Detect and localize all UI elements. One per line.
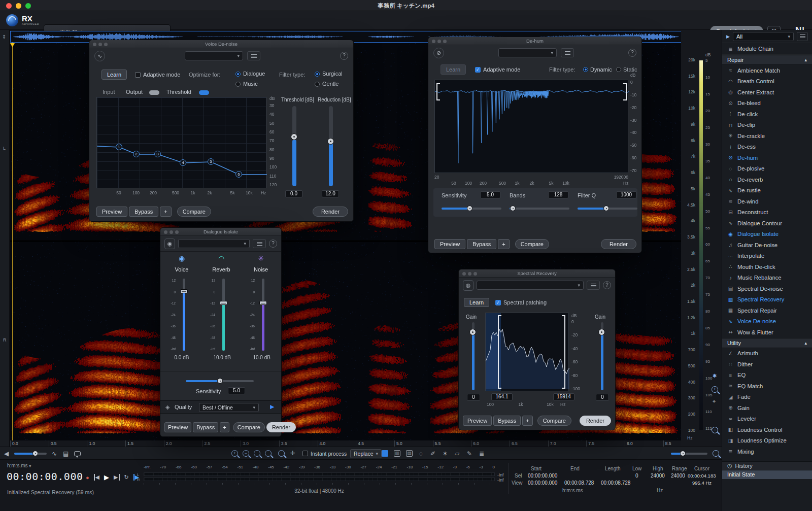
sidebar-module-item[interactable]: ≋ De-wind — [722, 196, 812, 207]
collapse-icon[interactable]: ▴ — [804, 340, 807, 346]
sensitivity-value[interactable]: 5.0 — [480, 191, 500, 198]
close-button[interactable] — [462, 272, 466, 276]
curve-node[interactable]: 1 — [116, 144, 122, 150]
learn-button[interactable]: Learn — [101, 70, 127, 80]
monitor-volume-slider[interactable] — [14, 453, 47, 455]
dialogue-label[interactable]: Dialogue — [243, 71, 265, 77]
paste-mode-select[interactable]: Replace ▾ — [350, 449, 382, 458]
time-ruler[interactable]: 0.00.51.01.52.02.53.03.54.04.55.05.56.06… — [10, 440, 681, 447]
zoom-in-icon[interactable]: + — [231, 450, 238, 457]
close-button[interactable] — [93, 43, 96, 46]
sidebar-module-item[interactable]: ◢ Fade — [722, 392, 812, 403]
preview-button[interactable]: Preview — [463, 416, 492, 426]
curve-node[interactable]: 2 — [133, 151, 140, 157]
filter-q-slider[interactable] — [578, 208, 637, 210]
monitor-speaker-icon[interactable]: ◀ — [4, 450, 9, 457]
sidebar-module-item[interactable]: ≅ EQ Match — [722, 381, 812, 392]
help-icon[interactable]: ? — [340, 52, 348, 60]
add-module-button[interactable]: + — [160, 207, 171, 217]
go-to-end-button[interactable]: ▶ — [114, 474, 119, 481]
minimize-button[interactable] — [437, 40, 441, 43]
freq-selection-tool[interactable]: ▤ — [406, 450, 413, 457]
collapse-icon[interactable]: ▴ — [804, 57, 807, 62]
sidebar-module-item[interactable]: ∷ Dither — [722, 359, 812, 370]
sidebar-module-item[interactable]: ⋯ Interpolate — [722, 251, 812, 262]
add-module-button[interactable]: + — [498, 239, 509, 249]
minimize-button[interactable] — [98, 43, 102, 46]
process-play-icon[interactable]: ▶ — [270, 403, 274, 410]
crosshair-icon[interactable]: ⌖ — [713, 398, 716, 405]
zoom-tool-icon[interactable] — [713, 450, 719, 457]
zoom-button[interactable] — [175, 230, 179, 234]
pan-hand-icon[interactable]: ✛ — [290, 450, 295, 457]
reduction-slider[interactable] — [329, 106, 333, 186]
gain-left-slider[interactable] — [472, 322, 475, 390]
sidebar-module-item[interactable]: ≡ EQ — [722, 370, 812, 381]
zoom-out-freq-icon[interactable]: − — [712, 427, 718, 433]
sidebar-module-item[interactable]: ✳ De-crackle — [722, 130, 812, 142]
curve-node[interactable]: 3 — [154, 151, 161, 157]
reverb-fader[interactable] — [222, 279, 225, 351]
module-filter-select[interactable]: All ▾ — [733, 32, 794, 41]
sidebar-module-item[interactable]: ◌ De-plosive — [722, 163, 812, 175]
input-toggle-label[interactable]: Input — [103, 89, 115, 95]
preset-combobox[interactable]: ▾ — [498, 48, 557, 57]
sidebar-module-item[interactable]: ∠ Azimuth — [722, 348, 812, 359]
go-to-start-button[interactable]: ◀ — [94, 474, 99, 481]
sidebar-module-item[interactable]: ∩ De-reverb — [722, 174, 812, 185]
music-label[interactable]: Music — [243, 81, 258, 87]
plugin-titlebar[interactable]: Dialogue Isolate — [160, 228, 281, 236]
curve-node[interactable]: 4 — [180, 159, 186, 166]
sidebar-module-item[interactable]: ◉ Dialogue Isolate — [722, 229, 812, 240]
sidebar-menu-button[interactable] — [797, 32, 808, 41]
eraser-tool-icon[interactable]: ▱ — [455, 450, 459, 457]
playhead-line[interactable] — [12, 43, 13, 440]
sidebar-module-item[interactable]: ↭ Wow & Flutter — [722, 327, 812, 338]
recovery-spectrum-graph[interactable] — [485, 313, 569, 391]
compare-button[interactable]: Compare — [177, 207, 211, 217]
sidebar-module-item[interactable]: ∿ Dialogue Contour — [722, 218, 812, 229]
bands-slider[interactable] — [510, 208, 569, 210]
preset-combobox[interactable]: ▾ — [178, 239, 250, 248]
quality-select[interactable]: Best / Offline▾ — [199, 403, 259, 412]
preset-combobox[interactable]: ▾ — [477, 281, 584, 290]
zoom-selection-icon[interactable] — [254, 450, 260, 457]
preset-menu-button[interactable] — [247, 51, 260, 60]
add-module-button[interactable]: + — [220, 422, 229, 432]
pencil-tool-icon[interactable]: ✎ — [467, 450, 472, 457]
view-length-value[interactable]: 00:00:08.728 — [601, 480, 630, 486]
history-entry[interactable]: Initial State — [722, 470, 812, 479]
sidebar-module-item[interactable]: ◧ Loudness Control — [722, 424, 812, 435]
low-freq-bracket-handle[interactable] — [436, 83, 440, 100]
learn-button[interactable]: Learn — [441, 64, 466, 75]
sidebar-module-item[interactable]: ⋮ De-click — [722, 109, 812, 120]
dynamic-radio[interactable] — [583, 67, 588, 72]
render-button[interactable]: Render — [601, 239, 636, 249]
sidebar-module-item[interactable]: ⊕ Gain — [722, 402, 812, 414]
zoom-button[interactable] — [473, 272, 477, 276]
sidebar-module-item[interactable]: ≣ Mixing — [722, 446, 812, 457]
preset-combobox[interactable]: ▾ — [185, 51, 243, 60]
threshold-value[interactable]: 0.0 — [285, 190, 302, 197]
instant-process-checkbox[interactable] — [302, 451, 308, 456]
render-button[interactable]: Render — [580, 416, 611, 426]
adaptive-mode-checkbox[interactable] — [135, 72, 141, 78]
help-icon[interactable]: ? — [603, 281, 611, 289]
learn-button[interactable]: Learn — [464, 298, 489, 307]
brush-tool-icon[interactable]: ✐ — [430, 450, 435, 457]
zoom-window-button[interactable] — [25, 3, 31, 9]
loop-button[interactable]: ↻ — [124, 474, 129, 481]
output-toggle-label[interactable]: Output — [126, 89, 143, 95]
close-window-button[interactable] — [6, 3, 12, 9]
plugin-titlebar[interactable]: Voice De-noise — [89, 40, 353, 48]
gain-left-value[interactable]: 0 — [467, 394, 480, 401]
denoise-curve-graph[interactable]: 1 2 3 4 5 6 — [96, 97, 266, 188]
zoom-button[interactable] — [104, 43, 108, 46]
close-button[interactable] — [164, 230, 167, 234]
magic-wand-tool-icon[interactable]: ✶ — [443, 450, 448, 457]
sidebar-module-item[interactable]: ◎ Center Extract — [722, 87, 812, 98]
lasso-tool-icon[interactable]: ◌ — [419, 450, 423, 457]
sidebar-item-module-chain[interactable]: ≣ Module Chain — [722, 43, 812, 55]
sidebar-module-item[interactable]: ◨ Loudness Optimize — [722, 435, 812, 447]
output-toggle[interactable] — [149, 90, 159, 95]
